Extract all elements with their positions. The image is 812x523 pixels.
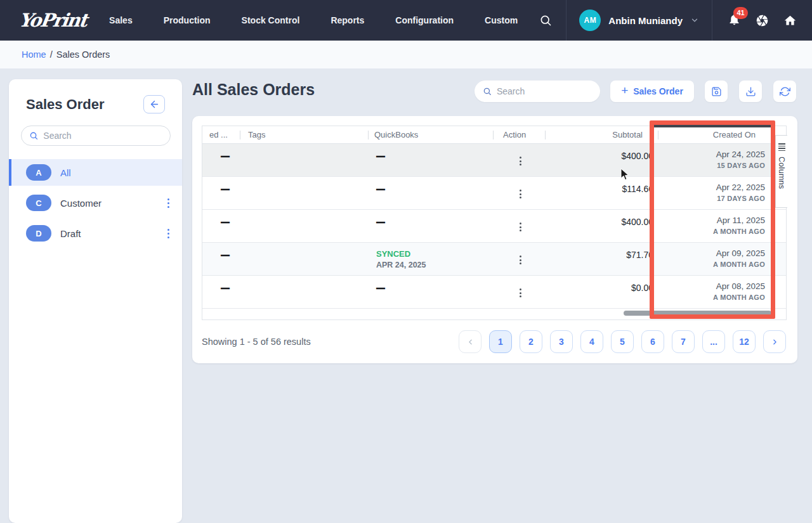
export-button[interactable]: [739, 81, 762, 102]
column-header-action[interactable]: Action: [494, 130, 546, 139]
columns-panel-toggle[interactable]: Columns: [775, 135, 787, 208]
table-row[interactable]: — SYNCED APR 24, 2025 $71.70 Apr 09, 202…: [202, 243, 786, 276]
cell-created-ago: 15 DAYS AGO: [650, 162, 765, 169]
sidebar-item-badge: A: [26, 164, 51, 181]
cell-value: —: [221, 250, 230, 260]
pagination: Showing 1 - 5 of 56 results 1 2 3 4 5 6 …: [202, 330, 786, 353]
orders-card: ed ... Tags QuickBooks Action Subtotal C…: [192, 116, 797, 363]
column-header-subtotal[interactable]: Subtotal: [546, 130, 650, 139]
chevron-left-icon: [466, 338, 475, 346]
sidebar-list: A All C Customer D Draft: [9, 159, 182, 247]
prev-page-button[interactable]: [459, 330, 481, 353]
sidebar-title: Sales Order: [26, 96, 105, 113]
next-page-button[interactable]: [763, 330, 786, 353]
main-menu: Sales Production Stock Control Reports C…: [109, 15, 518, 25]
sidebar-item-draft[interactable]: D Draft: [9, 220, 182, 247]
cell-value: —: [221, 217, 230, 227]
sidebar-item-badge: C: [26, 195, 51, 211]
row-actions-kebab-icon[interactable]: [518, 221, 523, 242]
home-button[interactable]: [783, 14, 797, 27]
table-row[interactable]: — — $0.00 Apr 08, 2025 A MONTH AGO: [202, 276, 786, 309]
page-title: All Sales Orders: [192, 81, 315, 99]
table-row[interactable]: — — $114.66 Apr 22, 2025 17 DAYS AGO: [202, 177, 786, 210]
yoprint-logo[interactable]: YoPrint: [18, 10, 88, 31]
sidebar-item-customer[interactable]: C Customer: [9, 190, 182, 216]
menu-reports[interactable]: Reports: [331, 15, 364, 25]
row-actions-kebab-icon[interactable]: [518, 155, 523, 176]
cell-created-date: Apr 24, 2025: [650, 150, 765, 159]
aperture-icon: [756, 14, 769, 27]
menu-stock-control[interactable]: Stock Control: [242, 15, 300, 25]
cell-created-ago: A MONTH AGO: [650, 261, 765, 268]
menu-sales[interactable]: Sales: [109, 15, 133, 25]
save-icon: [711, 86, 722, 97]
user-menu[interactable]: AM Anbin Muniandy: [566, 10, 712, 31]
columns-tab-label: Columns: [777, 157, 786, 189]
menu-custom[interactable]: Custom: [485, 15, 518, 25]
scrollbar-thumb[interactable]: [624, 311, 771, 316]
page-button-5[interactable]: 5: [611, 330, 634, 353]
quickbooks-sync-status: SYNCED: [376, 249, 494, 259]
row-actions-kebab-icon[interactable]: [518, 287, 523, 308]
new-sales-order-button[interactable]: + Sales Order: [610, 81, 694, 102]
refresh-button[interactable]: [773, 81, 796, 102]
orders-search-input[interactable]: [497, 86, 592, 96]
cell-tags: [240, 276, 368, 308]
page-button-2[interactable]: 2: [520, 330, 542, 353]
save-view-button[interactable]: [705, 81, 728, 102]
column-header-truncated[interactable]: ed ...: [202, 130, 240, 139]
breadcrumb-separator: /: [50, 49, 53, 60]
column-header-quickbooks[interactable]: QuickBooks: [368, 130, 494, 139]
sidebar-item-all[interactable]: A All: [9, 159, 182, 186]
page-button-6[interactable]: 6: [641, 330, 664, 353]
page-button-7[interactable]: 7: [672, 330, 695, 353]
cell-subtotal: $400.00: [621, 217, 650, 227]
orders-search: [475, 81, 600, 102]
kebab-menu-icon[interactable]: [164, 225, 173, 242]
download-icon: [745, 86, 756, 97]
cell-tags: [240, 177, 368, 209]
menu-production[interactable]: Production: [164, 15, 211, 25]
chevron-down-icon: [690, 16, 699, 25]
yoprint-app: { "nav": { "logo": "YoPrint", "items": […: [0, 0, 812, 523]
sidebar-item-label: Draft: [60, 228, 81, 239]
column-header-created-on[interactable]: Created On: [650, 130, 776, 139]
cell-tags: [240, 210, 368, 242]
cell-created-ago: 17 DAYS AGO: [650, 195, 765, 202]
grip-lines-icon: [778, 143, 785, 151]
cell-tags: [240, 243, 368, 275]
table-row[interactable]: — — $400.00 Apr 11, 2025 A MONTH AGO: [202, 210, 786, 243]
chevron-right-icon: [771, 338, 779, 346]
row-actions-kebab-icon[interactable]: [518, 188, 523, 209]
page-button-ellipsis[interactable]: ...: [702, 330, 725, 353]
search-icon: [483, 86, 492, 96]
sidebar-item-label: Customer: [60, 198, 102, 209]
column-header-tags[interactable]: Tags: [240, 130, 368, 139]
breadcrumb: Home / Sales Orders: [0, 41, 812, 68]
collapse-sidebar-button[interactable]: [143, 95, 165, 113]
sidebar-search-input[interactable]: [43, 131, 162, 141]
page-button-12[interactable]: 12: [733, 330, 756, 353]
sidebar-item-label: All: [60, 167, 71, 178]
row-actions-kebab-icon[interactable]: [518, 254, 523, 275]
table-row[interactable]: — — $400.00 Apr 24, 2025 15 DAYS AGO: [202, 144, 786, 177]
table-header: ed ... Tags QuickBooks Action Subtotal C…: [202, 126, 786, 144]
page-button-4[interactable]: 4: [580, 330, 603, 353]
whats-new-button[interactable]: [756, 14, 769, 27]
breadcrumb-home-link[interactable]: Home: [22, 49, 46, 60]
kebab-menu-icon[interactable]: [164, 195, 173, 212]
avatar: AM: [579, 10, 601, 31]
sidebar-search: [21, 126, 171, 146]
cell-subtotal: $0.00: [631, 283, 650, 293]
notifications-button[interactable]: 41: [728, 13, 741, 29]
top-nav: YoPrint Sales Production Stock Control R…: [0, 0, 812, 41]
menu-configuration[interactable]: Configuration: [395, 15, 454, 25]
page-button-3[interactable]: 3: [550, 330, 573, 353]
nav-search-icon[interactable]: [525, 14, 566, 27]
sales-order-sidebar: Sales Order A All C Customer D Draft: [9, 79, 182, 523]
cell-quickbooks: —: [376, 184, 385, 194]
orders-table: ed ... Tags QuickBooks Action Subtotal C…: [202, 126, 787, 320]
cell-created-ago: A MONTH AGO: [650, 228, 765, 235]
page-button-1[interactable]: 1: [489, 330, 512, 353]
horizontal-scrollbar[interactable]: [202, 308, 786, 320]
